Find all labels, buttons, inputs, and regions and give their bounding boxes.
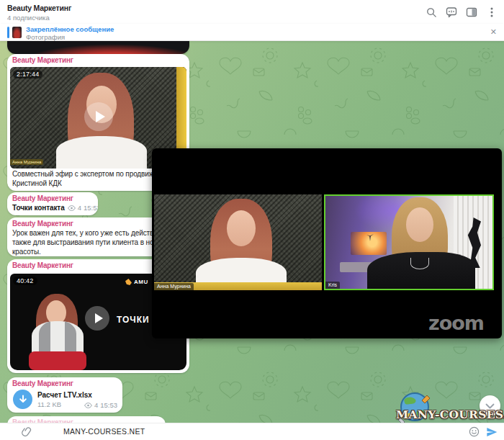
pinned-label: Закреплённое сообщение xyxy=(26,25,114,33)
text-line1: Урок важен для тех, у кого уже есть дейс… xyxy=(12,229,173,237)
participant-name-tag: Анна Мурнина xyxy=(154,283,194,290)
message-composer: MANY-COURSES.NET xyxy=(0,423,504,440)
participant-tile-left: Анна Мурнина xyxy=(154,194,322,290)
play-icon[interactable] xyxy=(85,306,109,331)
view-count: 4 xyxy=(78,204,81,212)
telegram-window: Beauty Маркетинг 4 подписчика Закреплённ… xyxy=(0,0,504,440)
kebab-menu-icon[interactable] xyxy=(485,6,498,19)
message-title: Beauty Маркетинг Точки контакта 4 15:53 xyxy=(7,192,98,215)
photo-message-partial[interactable] xyxy=(7,41,189,54)
participant-tile-active: Kris xyxy=(324,194,494,290)
video-caption-line2: Кристиной КДК xyxy=(12,179,62,187)
pinned-photo-thumbnail xyxy=(12,27,22,38)
discussion-icon[interactable] xyxy=(445,6,458,19)
zoom-logo: zoom xyxy=(428,312,484,334)
send-icon[interactable] xyxy=(486,426,498,440)
eye-icon xyxy=(84,403,92,408)
text-line3: красоты. xyxy=(12,248,41,256)
search-icon[interactable] xyxy=(425,6,438,19)
speaker-skirt xyxy=(29,351,86,370)
file-name[interactable]: Расчет LTV.xlsx xyxy=(37,391,92,399)
emoji-icon[interactable] xyxy=(469,426,480,440)
participant-name-tag: Kris xyxy=(325,282,340,289)
channel-name: Beauty Маркетинг xyxy=(12,56,73,64)
necklace xyxy=(410,258,429,269)
speaker-shirt xyxy=(56,136,147,169)
download-icon[interactable] xyxy=(13,390,32,409)
participant-face xyxy=(406,207,433,242)
duration-badge: 40:42 xyxy=(13,277,37,285)
timestamp: 15:53 xyxy=(100,401,117,409)
channel-name: Beauty Маркетинг xyxy=(12,194,73,202)
message-input[interactable]: MANY-COURSES.NET xyxy=(63,427,145,436)
message-file: Beauty Маркетинг Расчет LTV.xlsx 11.2 KB… xyxy=(7,377,122,413)
site-watermark: MANY-COURSES.NET xyxy=(396,408,504,421)
participant-face xyxy=(227,210,256,246)
tv-screen xyxy=(351,232,387,255)
play-icon[interactable] xyxy=(84,102,113,131)
speaker-vest xyxy=(39,321,76,353)
file-size: 11.2 KB xyxy=(37,400,61,408)
pinned-type: Фотография xyxy=(26,33,65,41)
message-text: Beauty Маркетинг Урок важен для тех, у к… xyxy=(7,217,173,256)
channel-name: Beauty Маркетинг xyxy=(12,261,73,269)
chat-header[interactable]: Beauty Маркетинг 4 подписчика xyxy=(0,0,504,24)
pinned-accent-bar xyxy=(7,27,9,38)
eye-icon xyxy=(68,205,76,211)
lesson-title: Точки контакта xyxy=(12,204,65,212)
channel-name: Beauty Маркетинг xyxy=(12,220,73,228)
zoom-call-image[interactable]: Анна Мурнина Kris zoom xyxy=(152,148,502,338)
pinned-message-bar[interactable]: Закреплённое сообщение Фотография ✕ xyxy=(0,24,504,41)
channel-title: Beauty Маркетинг xyxy=(7,4,71,12)
view-count: 4 xyxy=(94,401,98,409)
paperclip-icon[interactable] xyxy=(22,426,32,440)
close-icon[interactable]: ✕ xyxy=(490,27,497,37)
subscriber-count: 4 подписчика xyxy=(7,14,50,22)
sidebar-toggle-icon[interactable] xyxy=(465,6,478,19)
channel-name: Beauty Маркетинг xyxy=(12,380,73,387)
text-line2: также для выстраивания пути клиента в но… xyxy=(12,238,173,246)
speaker-name-tag: Анна Мурнина xyxy=(10,159,43,165)
duration-badge: 2:17:44 xyxy=(13,70,42,78)
amu-logo-icon xyxy=(125,279,132,285)
timestamp: 15:53 xyxy=(84,204,98,212)
amu-logo: AMU xyxy=(125,279,148,285)
